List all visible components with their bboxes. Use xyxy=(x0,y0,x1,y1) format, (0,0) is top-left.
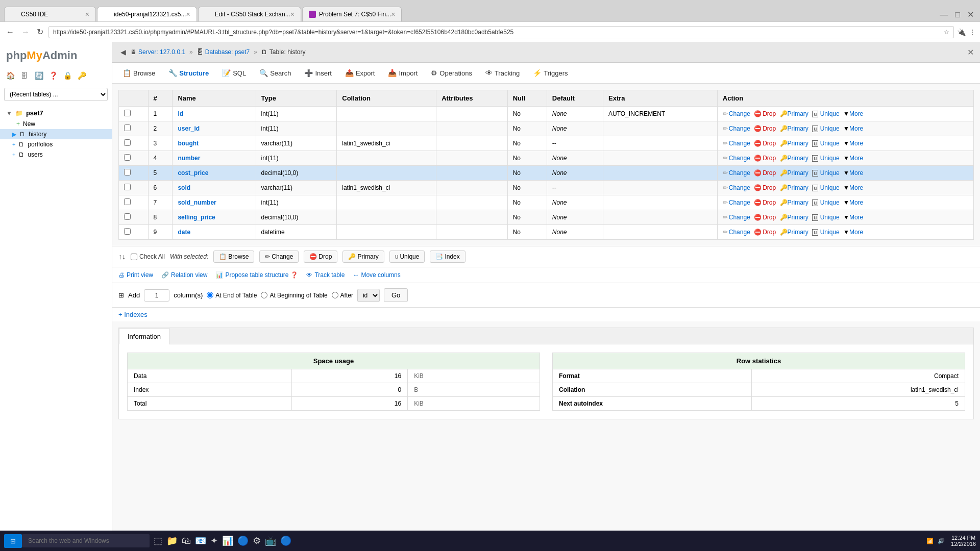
print-view-link[interactable]: 🖨 Print view xyxy=(118,271,153,279)
chrome2-icon[interactable]: 🔵 xyxy=(280,535,291,546)
recent-tables-select[interactable]: (Recent tables) ... xyxy=(4,88,108,101)
row-check-0[interactable] xyxy=(124,110,131,116)
row-drop-link-7[interactable]: Drop xyxy=(763,214,776,221)
database-icon[interactable]: 🗄 xyxy=(20,71,31,82)
sidebar-item-new[interactable]: + New xyxy=(0,119,112,129)
toolbar-search-btn[interactable]: 🔍 Search xyxy=(253,66,297,80)
action-primary-btn[interactable]: 🔑 Primary xyxy=(342,251,384,263)
store-icon[interactable]: 🛍 xyxy=(182,536,191,546)
toolbar-structure-btn[interactable]: 🔧 Structure xyxy=(162,66,215,80)
row-unique-link-8[interactable]: Unique xyxy=(818,229,839,236)
row-check-4[interactable] xyxy=(124,169,131,176)
row-drop-link-0[interactable]: Drop xyxy=(763,110,776,117)
app3-icon[interactable]: 📺 xyxy=(265,535,276,546)
row-unique-link-0[interactable]: Unique xyxy=(818,110,839,117)
beginning-of-table-radio[interactable] xyxy=(261,292,267,298)
content-close-btn[interactable]: ✕ xyxy=(967,47,974,57)
relation-view-link[interactable]: 🔗 Relation view xyxy=(161,271,207,279)
close-window-btn[interactable]: ✕ xyxy=(965,8,976,21)
row-drop-link-2[interactable]: Drop xyxy=(763,140,776,147)
mail-icon[interactable]: 📧 xyxy=(195,535,206,546)
row-unique-link-6[interactable]: Unique xyxy=(818,199,839,206)
row-primary-link-7[interactable]: Primary xyxy=(788,214,808,221)
row-drop-link-6[interactable]: Drop xyxy=(763,199,776,206)
row-change-link-1[interactable]: Change xyxy=(729,125,750,132)
db-pset7[interactable]: ▼ 📁 pset7 xyxy=(0,107,112,119)
breadcrumb-server[interactable]: Server: 127.0.0.1 xyxy=(138,48,185,56)
chrome1-icon[interactable]: 🔵 xyxy=(237,535,249,546)
network-icon[interactable]: 📶 xyxy=(926,538,934,544)
forward-btn[interactable]: → xyxy=(19,26,32,39)
row-drop-link-4[interactable]: Drop xyxy=(763,169,776,177)
sidebar-item-users[interactable]: + 🗋 users xyxy=(0,149,112,160)
row-check-5[interactable] xyxy=(124,184,131,190)
minimize-window-btn[interactable]: — xyxy=(938,8,950,21)
row-unique-link-1[interactable]: Unique xyxy=(818,125,839,132)
move-columns-link[interactable]: ↔ Move columns xyxy=(353,271,400,279)
row-change-link-2[interactable]: Change xyxy=(729,140,750,147)
toolbar-triggers-btn[interactable]: ⚡ Triggers xyxy=(527,66,574,80)
app1-icon[interactable]: ✦ xyxy=(210,535,218,546)
row-drop-link-1[interactable]: Drop xyxy=(763,125,776,132)
logout-icon[interactable]: 🔑 xyxy=(78,71,88,82)
file-explorer-icon[interactable]: 📁 xyxy=(166,535,178,546)
beginning-of-table-label[interactable]: At Beginning of Table xyxy=(261,292,327,299)
row-drop-link-5[interactable]: Drop xyxy=(763,184,776,191)
row-more-btn-8[interactable]: More xyxy=(849,229,863,236)
row-change-link-3[interactable]: Change xyxy=(729,155,750,162)
row-primary-link-4[interactable]: Primary xyxy=(788,169,808,177)
row-primary-link-8[interactable]: Primary xyxy=(788,229,808,236)
action-drop-btn[interactable]: ⛔ Drop xyxy=(304,251,337,263)
row-primary-link-1[interactable]: Primary xyxy=(788,125,808,132)
start-button[interactable]: ⊞ xyxy=(4,534,22,548)
row-more-btn-7[interactable]: More xyxy=(849,214,863,221)
volume-icon[interactable]: 🔊 xyxy=(938,538,945,544)
tab-close-edit[interactable]: × xyxy=(290,10,295,18)
taskbar-clock[interactable]: 12:24 PM 12/2/2016 xyxy=(951,535,976,547)
row-change-link-7[interactable]: Change xyxy=(729,214,750,221)
help-icon[interactable]: ❓ xyxy=(49,71,59,82)
app2-icon[interactable]: 📊 xyxy=(222,535,233,546)
row-unique-link-4[interactable]: Unique xyxy=(818,169,839,177)
home-icon[interactable]: 🏠 xyxy=(6,71,16,82)
tab-problem[interactable]: Problem Set 7: C$50 Fin... × xyxy=(302,7,402,21)
action-unique-btn[interactable]: u Unique xyxy=(389,251,425,263)
row-more-btn-4[interactable]: More xyxy=(849,169,863,177)
tab-close-problem[interactable]: × xyxy=(391,10,395,18)
tab-close-ide50[interactable]: × xyxy=(186,10,190,18)
after-radio[interactable] xyxy=(332,292,338,298)
row-check-3[interactable] xyxy=(124,154,131,161)
row-more-btn-5[interactable]: More xyxy=(849,184,863,191)
reload-btn[interactable]: ↻ xyxy=(35,25,45,39)
toolbar-insert-btn[interactable]: ➕ Insert xyxy=(298,66,338,80)
add-column-go-btn[interactable]: Go xyxy=(384,288,408,302)
breadcrumb-database[interactable]: Database: pset7 xyxy=(205,48,250,56)
end-of-table-radio[interactable] xyxy=(207,292,213,298)
row-check-1[interactable] xyxy=(124,124,131,131)
bookmark-icon[interactable]: ☆ xyxy=(944,29,949,36)
row-check-6[interactable] xyxy=(124,198,131,205)
row-more-btn-0[interactable]: More xyxy=(849,110,863,117)
row-unique-link-3[interactable]: Unique xyxy=(818,155,839,162)
sidebar-toggle-btn[interactable]: ◀ xyxy=(118,46,128,58)
row-primary-link-2[interactable]: Primary xyxy=(788,140,808,147)
row-check-7[interactable] xyxy=(124,213,131,220)
indexes-link[interactable]: + Indexes xyxy=(118,311,148,318)
row-change-link-4[interactable]: Change xyxy=(729,169,750,177)
refresh-icon[interactable]: 🔄 xyxy=(35,71,45,82)
row-change-link-8[interactable]: Change xyxy=(729,229,750,236)
row-check-8[interactable] xyxy=(124,228,131,235)
tab-edit[interactable]: Edit - CS50 Stack Exchan... × xyxy=(198,7,301,21)
maximize-window-btn[interactable]: □ xyxy=(953,8,962,21)
after-column-select[interactable]: id xyxy=(357,289,380,302)
settings2-icon[interactable]: ⚙ xyxy=(253,535,261,546)
row-drop-link-8[interactable]: Drop xyxy=(763,229,776,236)
information-tab-btn[interactable]: Information xyxy=(119,328,169,344)
toolbar-browse-btn[interactable]: 📋 Browse xyxy=(116,66,161,80)
extension-icon[interactable]: 🔌 xyxy=(957,28,966,36)
row-drop-link-3[interactable]: Drop xyxy=(763,155,776,162)
help-circle-icon[interactable]: ❓ xyxy=(290,271,298,279)
action-change-btn[interactable]: ✏ Change xyxy=(259,251,299,263)
propose-structure-link[interactable]: 📊 Propose table structure ❓ xyxy=(215,271,298,279)
row-more-btn-2[interactable]: More xyxy=(849,140,863,147)
